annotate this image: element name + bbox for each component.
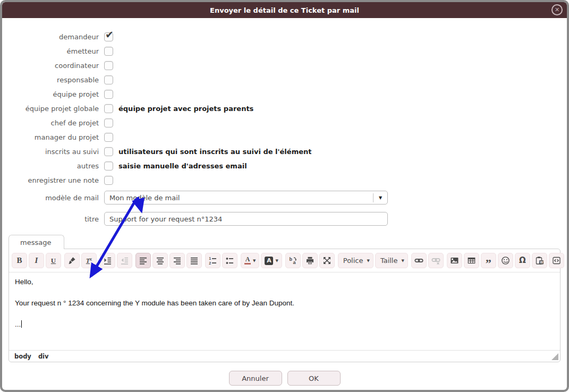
bold-button[interactable]: B — [12, 253, 27, 268]
dialog-footer-buttons: Annuler OK — [2, 371, 567, 386]
recipient-checkbox[interactable] — [104, 32, 113, 41]
recipient-row: inscrits au suiviutilisateurs qui sont i… — [2, 144, 567, 159]
toolbar-group: A▼A▼ — [241, 253, 282, 268]
table-button[interactable] — [464, 253, 479, 268]
bold-icon: B — [16, 257, 22, 265]
background-color-button[interactable]: A▼ — [261, 253, 282, 268]
recipient-label: responsable — [2, 76, 99, 84]
table-icon — [467, 256, 476, 265]
ordered-list-button[interactable]: 12 — [205, 253, 220, 268]
blockquote-button[interactable]: ” — [481, 253, 496, 268]
recipient-checkbox[interactable] — [104, 61, 113, 70]
recipient-row: équipe projet — [2, 87, 567, 101]
recipient-row: équipe projet globaleéquipe projet avec … — [2, 101, 567, 116]
recipient-checkbox[interactable] — [104, 176, 113, 185]
replace-button[interactable]: ba — [285, 253, 301, 268]
toolbar-group — [135, 253, 202, 268]
align-center-button[interactable] — [152, 253, 168, 268]
recipient-checkbox[interactable] — [104, 104, 113, 113]
dialog-titlebar: Envoyer le détail de ce Ticket par mail … — [2, 2, 567, 18]
path-item-div[interactable]: div — [38, 353, 49, 360]
replace-icon: ba — [288, 256, 298, 265]
indent-button[interactable] — [100, 253, 115, 268]
align-center-icon — [156, 256, 165, 265]
recipient-checkbox[interactable] — [104, 161, 113, 171]
print-button[interactable] — [302, 253, 318, 268]
justify-button[interactable] — [186, 253, 202, 268]
cancel-button[interactable]: Annuler — [229, 371, 282, 386]
recipient-label: chef de projet — [2, 119, 99, 127]
chevron-down-icon[interactable]: ▼ — [373, 195, 387, 200]
background-color-icon: A — [265, 257, 273, 265]
recipient-checkbox[interactable] — [104, 75, 113, 84]
toolbar-group: BIU — [12, 253, 61, 268]
text-color-button[interactable]: A▼ — [241, 253, 259, 268]
recipient-label: coordinateur — [2, 62, 99, 70]
remove-format-icon: Tx — [86, 257, 92, 265]
underline-icon: U — [51, 257, 56, 264]
svg-text:b: b — [289, 257, 292, 262]
recipient-label: inscrits au suivi — [2, 148, 99, 156]
link-button[interactable] — [411, 253, 427, 268]
toolbar-group: Tx — [64, 253, 97, 268]
italic-button[interactable]: I — [29, 253, 44, 268]
font-family-label: Police — [342, 257, 365, 265]
ok-button[interactable]: OK — [287, 371, 341, 386]
unlink-button[interactable] — [428, 253, 444, 268]
editor-paragraph: ... — [15, 320, 554, 329]
blockquote-icon: ” — [486, 257, 491, 265]
special-char-button[interactable]: Ω — [515, 253, 530, 268]
mail-template-select[interactable]: Mon modèle de mail ▼ — [104, 191, 388, 204]
paste-from-word-button[interactable]: W — [532, 253, 547, 268]
recipient-checkbox[interactable] — [104, 90, 113, 99]
ordered-list-icon: 12 — [208, 256, 217, 265]
mail-template-label: modèle de mail — [2, 194, 99, 202]
copy-formatting-button[interactable] — [64, 253, 80, 268]
recipient-checkbox[interactable] — [104, 118, 113, 127]
recipient-label: demandeur — [2, 33, 99, 41]
mail-template-value: Mon modèle de mail — [105, 194, 373, 202]
message-editor: message BIUTx12A▼A▼baPolice▼Taille▼”ΩW H… — [9, 234, 560, 362]
tab-message[interactable]: message — [9, 235, 64, 249]
align-left-button[interactable] — [135, 253, 151, 268]
chevron-down-icon: ▼ — [367, 259, 369, 263]
print-icon — [305, 256, 315, 265]
remove-format-button[interactable]: Tx — [81, 253, 97, 268]
outdent-button[interactable] — [117, 253, 132, 268]
recipient-checkbox[interactable] — [104, 133, 113, 142]
title-input[interactable] — [104, 212, 388, 226]
mail-template-row: modèle de mail Mon modèle de mail ▼ — [2, 191, 567, 204]
recipient-row: chef de projet — [2, 116, 567, 130]
image-button[interactable] — [447, 253, 462, 268]
dialog-title: Envoyer le détail de ce Ticket par mail — [210, 6, 359, 14]
editor-toolbar: BIUTx12A▼A▼baPolice▼Taille▼”ΩW — [9, 249, 560, 272]
recipient-label: équipe projet globale — [2, 105, 99, 113]
font-family-dropdown[interactable]: Police▼ — [338, 253, 373, 268]
link-icon — [414, 256, 423, 265]
recipient-description: saisie manuelle d'adresses email — [118, 162, 247, 170]
svg-text:a: a — [293, 260, 296, 265]
editor-content[interactable]: Hello,Your request n ° 1234 concerning t… — [9, 272, 560, 350]
maximize-button[interactable] — [319, 253, 335, 268]
smiley-icon — [501, 256, 510, 265]
title-label: titre — [2, 215, 99, 223]
align-right-button[interactable] — [169, 253, 185, 268]
recipient-checkbox[interactable] — [104, 147, 113, 156]
recipient-description: équipe projet avec projets parents — [118, 105, 253, 113]
text-caret — [21, 320, 22, 328]
path-item-body[interactable]: body — [14, 353, 31, 360]
resize-handle[interactable] — [551, 353, 558, 360]
unlink-icon — [431, 256, 440, 265]
close-icon[interactable]: ✕ — [551, 4, 563, 15]
chevron-down-icon: ▼ — [401, 259, 404, 263]
send-ticket-mail-dialog: Envoyer le détail de ce Ticket par mail … — [0, 0, 569, 392]
recipient-label: autres — [2, 162, 99, 170]
recipient-row: coordinateur — [2, 58, 567, 73]
underline-button[interactable]: U — [46, 253, 61, 268]
smiley-button[interactable] — [498, 253, 513, 268]
recipient-label: enregistrer une note — [2, 176, 99, 184]
unordered-list-button[interactable] — [222, 253, 237, 268]
font-size-dropdown[interactable]: Taille▼ — [375, 253, 408, 268]
source-button[interactable] — [549, 253, 564, 268]
recipient-checkbox[interactable] — [104, 47, 113, 56]
